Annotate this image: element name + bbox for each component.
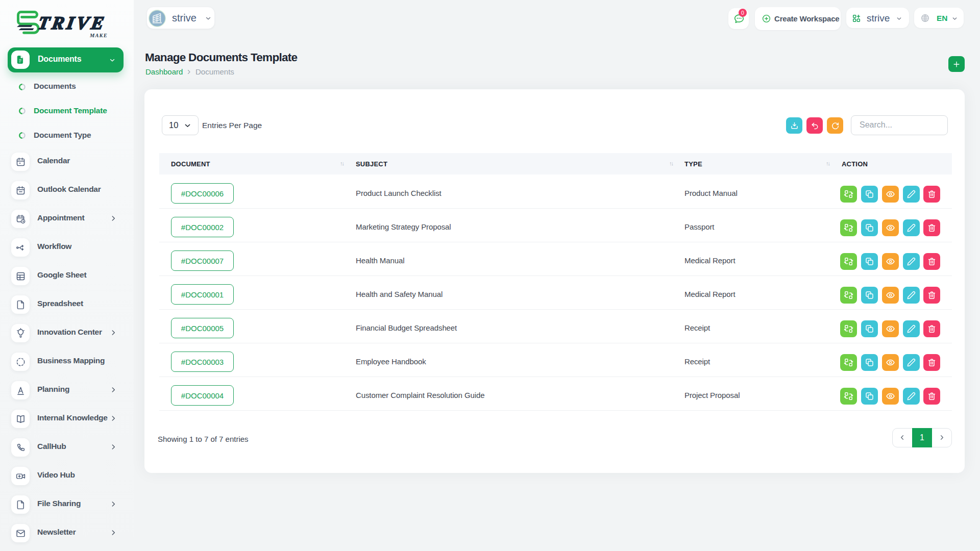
svg-text:MAKE: MAKE bbox=[89, 33, 108, 38]
svg-text:TRIVE: TRIVE bbox=[37, 13, 108, 34]
